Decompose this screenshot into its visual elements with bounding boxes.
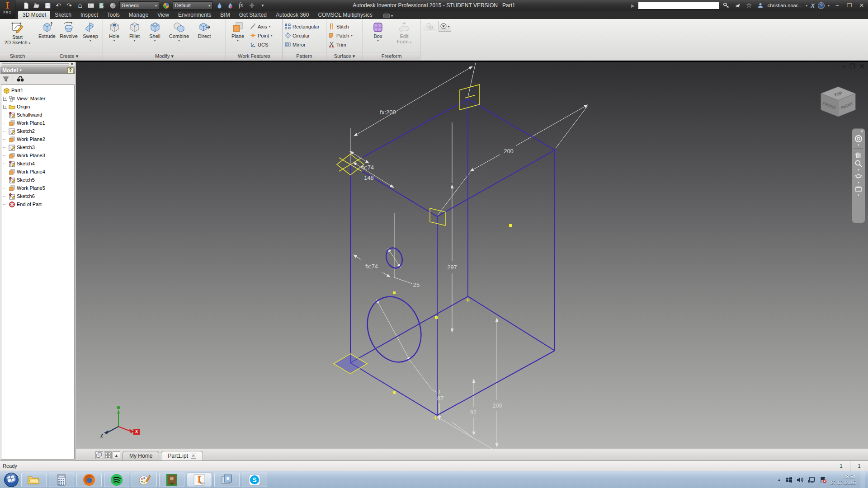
- doc-restore-icon[interactable]: ❐: [849, 63, 855, 70]
- tree-item-work-plane4[interactable]: Work Plane4: [3, 168, 74, 176]
- tab-tools[interactable]: Tools: [103, 11, 124, 19]
- tab-part1-ipt[interactable]: Part1.ipt✕: [161, 451, 203, 460]
- show-desktop-button[interactable]: [860, 471, 865, 488]
- search-key-icon[interactable]: [722, 1, 731, 9]
- material-browser-icon[interactable]: [108, 1, 117, 9]
- tree-item-end-of-part[interactable]: End of Part: [3, 200, 74, 208]
- tile-windows-icon[interactable]: [104, 451, 112, 459]
- taskbar-firefox[interactable]: [76, 473, 102, 487]
- tab-get-started[interactable]: Get Started: [235, 11, 271, 19]
- open-icon[interactable]: [33, 1, 41, 9]
- freeform-box-button[interactable]: Box▾: [366, 19, 390, 52]
- ucs-button[interactable]: UCS: [250, 40, 273, 49]
- tree-item-work-plane3[interactable]: Work Plane3: [3, 151, 74, 160]
- dim-fx74-mid[interactable]: fx:74: [365, 263, 378, 270]
- filter-icon[interactable]: [3, 76, 9, 82]
- axis-button[interactable]: Axis▾: [250, 22, 273, 31]
- save-icon[interactable]: [43, 1, 52, 9]
- tab-comsol-multiphysics[interactable]: COMSOL Multiphysics: [313, 11, 377, 19]
- point-button[interactable]: Point▾: [250, 31, 273, 40]
- panel-label-surface[interactable]: Surface ▾: [326, 52, 363, 60]
- tray-expand-icon[interactable]: ▲: [777, 478, 781, 482]
- navwheel-caret-icon[interactable]: ▾: [858, 144, 859, 146]
- tree-item-work-plane1[interactable]: Work Plane1: [3, 119, 74, 127]
- trim-button[interactable]: Trim: [329, 40, 353, 49]
- tree-item-sketch6[interactable]: Sketch6: [3, 192, 74, 200]
- direct-button[interactable]: Direct: [193, 19, 216, 52]
- action-center-flag-icon[interactable]: [820, 476, 827, 483]
- new-document-icon[interactable]: [22, 1, 30, 9]
- taskbar-paint[interactable]: [132, 473, 157, 487]
- help-caret-icon[interactable]: ▾: [828, 4, 830, 8]
- dim-25[interactable]: 25: [413, 282, 420, 288]
- tab-bim[interactable]: BIM: [216, 11, 234, 19]
- ribbon-display-toggle[interactable]: ▾: [383, 14, 393, 19]
- exchange-apps-icon[interactable]: X: [811, 2, 815, 9]
- communication-center-icon[interactable]: [734, 1, 742, 9]
- taskbar-image-viewer[interactable]: [159, 473, 184, 487]
- tab-close-icon[interactable]: ✕: [191, 454, 196, 459]
- navbar-caret-icon[interactable]: ▾: [858, 194, 859, 197]
- browser-close-icon[interactable]: ✕: [70, 62, 74, 66]
- mirror-button[interactable]: Mirror: [285, 40, 319, 49]
- update-icon[interactable]: [98, 1, 106, 9]
- start-button[interactable]: [4, 472, 19, 488]
- tab-manage[interactable]: Manage: [124, 11, 153, 19]
- help-icon[interactable]: ?: [818, 2, 825, 9]
- expand-icon[interactable]: +: [3, 97, 7, 101]
- panel-label-sketch[interactable]: Sketch: [0, 52, 35, 60]
- tree-item-origin[interactable]: +Origin: [3, 103, 74, 111]
- panel-label-create[interactable]: Create ▾: [35, 52, 103, 60]
- favorites-star-icon[interactable]: ☆: [745, 1, 753, 9]
- extrude-button[interactable]: Extrude: [36, 19, 58, 52]
- browser-grip[interactable]: ✕: [0, 62, 75, 66]
- signed-in-user[interactable]: christian-noac...: [768, 3, 803, 8]
- taskbar-file-explorer[interactable]: [21, 473, 47, 487]
- doc-minimize-icon[interactable]: –: [842, 63, 845, 70]
- taskbar-calculator[interactable]: [49, 473, 74, 487]
- dim-87[interactable]: 87: [437, 395, 443, 402]
- panel-label-pattern[interactable]: Pattern: [283, 52, 326, 60]
- tree-item-work-plane2[interactable]: Work Plane2: [3, 135, 74, 143]
- tab-my-home[interactable]: My Home: [123, 451, 159, 460]
- tree-item-work-plane5[interactable]: Work Plane5: [3, 184, 74, 192]
- tree-item-sketch2[interactable]: Sketch2: [3, 127, 74, 135]
- panel-label-modify[interactable]: Modify ▾: [103, 52, 226, 60]
- minimize-button[interactable]: –: [833, 2, 842, 9]
- volume-icon[interactable]: [797, 476, 804, 483]
- fillet-button[interactable]: Fillet▾: [124, 19, 145, 52]
- zoom-icon[interactable]: [854, 160, 863, 168]
- tab-view[interactable]: View: [153, 11, 174, 19]
- tab-3d-model[interactable]: 3D Model: [18, 11, 50, 19]
- tab-inspect[interactable]: Inspect: [76, 11, 103, 19]
- undo-icon[interactable]: ↶: [54, 1, 62, 9]
- tree-item-view-master[interactable]: +View: Master: [3, 94, 74, 103]
- material-select[interactable]: Generic▾: [119, 1, 159, 9]
- find-icon[interactable]: [17, 76, 24, 82]
- appearance-select[interactable]: Default▾: [173, 1, 212, 9]
- sweep-button[interactable]: Sweep▾: [80, 19, 101, 52]
- look-at-icon[interactable]: [854, 185, 863, 193]
- redo-icon[interactable]: ↷: [65, 1, 73, 9]
- panel-label-freeform[interactable]: Freeform: [363, 52, 420, 60]
- close-button[interactable]: ✕: [857, 2, 866, 9]
- restore-button[interactable]: ❐: [845, 2, 854, 9]
- taskbar-inventor[interactable]: [187, 473, 212, 487]
- clear-appearance-icon[interactable]: [226, 1, 234, 9]
- dim-297[interactable]: 297: [447, 264, 457, 271]
- tree-item-sketch3[interactable]: Sketch3: [3, 143, 74, 151]
- browser-help-icon[interactable]: ?: [67, 67, 73, 73]
- home-icon[interactable]: ⌂: [76, 1, 84, 9]
- start-2d-sketch-button[interactable]: Start 2D Sketch ▾: [2, 19, 33, 52]
- search-input[interactable]: [638, 2, 719, 9]
- tree-item-sketch5[interactable]: Sketch5: [3, 176, 74, 184]
- color-wheel-icon[interactable]: [162, 1, 170, 9]
- expand-icon[interactable]: +: [3, 105, 7, 109]
- dim-fx74-top[interactable]: fx:74: [361, 164, 374, 171]
- taskbar-skype[interactable]: [242, 473, 267, 487]
- plane-button[interactable]: Plane▾: [227, 19, 249, 52]
- 3d-viewport[interactable]: X Z TOP FRONT RIGHT fx:200 200 148 fx:74…: [76, 62, 868, 449]
- dim-fx200[interactable]: fx:200: [380, 109, 396, 116]
- revolve-button[interactable]: Revolve: [58, 19, 80, 52]
- qat-add-icon[interactable]: ✚: [248, 1, 256, 9]
